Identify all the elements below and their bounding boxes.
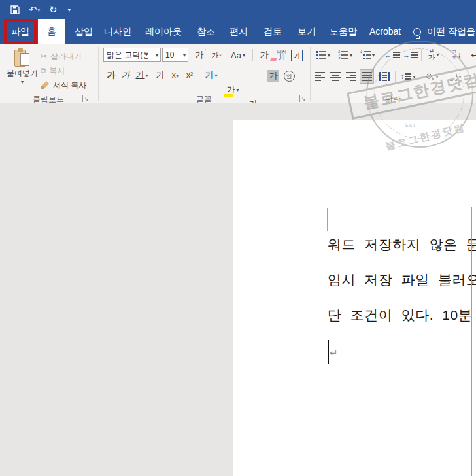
text-cursor: [328, 340, 329, 364]
undo-button[interactable]: ↶ ▾: [29, 5, 40, 14]
numbering-button[interactable]: 1 2 3 ▾: [336, 48, 354, 62]
underline-button[interactable]: 가 ▾: [133, 68, 150, 82]
small-separator: [445, 49, 445, 61]
paste-clipboard-icon: [14, 48, 30, 68]
small-separator: [381, 49, 381, 61]
change-case-button[interactable]: Aa ▾: [228, 48, 248, 62]
tab-home-active[interactable]: 홈: [38, 19, 65, 44]
character-border-button[interactable]: 가: [290, 48, 303, 63]
increase-indent-lines: [411, 52, 418, 58]
font-size-combobox[interactable]: 10 ▾: [162, 48, 188, 62]
margin-crop-mark: [305, 231, 328, 231]
align-left-button[interactable]: [313, 69, 327, 84]
align-center-button[interactable]: [328, 69, 343, 84]
font-name-value: 맑은 고딕(본문: [104, 50, 148, 61]
chevron-down-icon: ▾: [68, 8, 71, 13]
clear-formatting-icon: 가: [260, 49, 269, 61]
show-paragraph-marks-button[interactable]: ↵: [467, 48, 476, 62]
asian-layout-button[interactable]: ⇄ 가 ▾: [425, 47, 442, 61]
font-name-combobox[interactable]: 맑은 고딕(본문 ▾: [103, 48, 161, 62]
tab-design[interactable]: 디자인: [98, 19, 137, 44]
underline-icon: 가: [135, 69, 144, 81]
paragraph-return-mark: ↵: [330, 347, 338, 359]
numbering-icon: 1 2 3: [338, 51, 348, 60]
enclose-characters-button[interactable]: 인: [282, 69, 296, 83]
underline-dropdown-icon: ▾: [145, 73, 148, 78]
tab-references[interactable]: 참조: [190, 19, 222, 44]
tell-me-search[interactable]: 어떤 작업을: [413, 19, 475, 44]
italic-icon: 가: [122, 69, 130, 81]
bullets-button[interactable]: ▾: [314, 48, 332, 62]
title-bar: ↶ ▾ ↻ ▾: [0, 0, 476, 19]
tab-insert[interactable]: 삽입: [65, 19, 102, 44]
sort-button[interactable]: ㄱ ㅎ ↓: [449, 48, 464, 62]
format-painter-button[interactable]: 서식 복사: [41, 78, 86, 92]
document-text-line: 워드 저장하지 않은 문서: [328, 235, 476, 254]
italic-button[interactable]: 가: [119, 68, 132, 82]
text-effects-button[interactable]: 가 ▾: [203, 68, 220, 82]
shading-button[interactable]: ▾: [422, 69, 441, 84]
paste-button[interactable]: 붙여넣기 ▾: [5, 47, 39, 92]
copy-button: ⧉ 복사: [41, 64, 65, 77]
align-left-icon: [314, 72, 325, 81]
multilevel-list-icon: 1: [360, 51, 371, 60]
cut-label: 잘라내기: [50, 51, 82, 62]
word-application-window: ↶ ▾ ↻ ▾ 파일 홈 삽입 디자인 레이아웃 참조 편지 검토 보기 도움말…: [0, 0, 476, 476]
align-right-button[interactable]: [344, 69, 358, 84]
character-shading-button[interactable]: 가: [267, 69, 280, 83]
document-page[interactable]: 워드 저장하지 않은 문서 임시 저장 파일 불러오기 단 조건이 있다. 10…: [233, 120, 476, 476]
font-size-value: 10: [163, 50, 174, 60]
strikethrough-icon: 가: [156, 69, 165, 81]
document-area: 워드 저장하지 않은 문서 임시 저장 파일 불러오기 단 조건이 있다. 10…: [0, 103, 476, 476]
increase-font-size-icon: 가: [195, 49, 203, 61]
tell-me-label: 어떤 작업을: [427, 26, 475, 38]
tab-help[interactable]: 도움말: [323, 19, 364, 44]
justify-button-active[interactable]: [360, 69, 374, 84]
superscript-button[interactable]: x²: [183, 68, 196, 82]
font-name-dropdown-icon[interactable]: ▾: [154, 52, 160, 58]
tab-acrobat[interactable]: Acrobat: [365, 19, 405, 44]
increase-indent-button[interactable]: →: [403, 48, 418, 62]
text-effects-dropdown-icon: ▾: [214, 73, 217, 78]
decrease-font-size-button[interactable]: 가: [209, 48, 224, 62]
clipboard-dialog-launcher[interactable]: ↘: [82, 95, 90, 102]
highlight-dropdown-icon: ▾: [236, 87, 239, 93]
decrease-indent-button[interactable]: ←: [384, 48, 400, 62]
decrease-indent-lines: [393, 52, 400, 58]
cut-button: ✂ 잘라내기: [41, 50, 82, 63]
redo-icon[interactable]: ↻: [49, 5, 58, 14]
phonetic-guide-button[interactable]: 내천 川: [275, 48, 289, 62]
multilevel-list-button[interactable]: 1 ▾: [358, 48, 377, 62]
tab-layout[interactable]: 레이아웃: [139, 19, 188, 44]
small-separator: [199, 69, 199, 81]
tab-mailings[interactable]: 편지: [222, 19, 255, 44]
line-spacing-button[interactable]: ↕ ▾: [399, 69, 417, 84]
ribbon-tab-bar: 파일 홈 삽입 디자인 레이아웃 참조 편지 검토 보기 도움말 Acrobat…: [0, 19, 476, 44]
decrease-indent-icon: ←: [384, 52, 392, 59]
distribute-button[interactable]: [377, 69, 392, 84]
decrease-font-size-icon: 가: [211, 50, 218, 60]
increase-font-size-button[interactable]: 가: [194, 48, 208, 62]
bold-button[interactable]: 가: [105, 68, 118, 82]
clear-formatting-button[interactable]: 가: [256, 48, 272, 62]
font-dialog-launcher[interactable]: ↘: [299, 95, 307, 102]
customize-qat-button[interactable]: ▾: [67, 7, 72, 13]
align-right-icon: [346, 72, 356, 81]
tab-review[interactable]: 검토: [256, 19, 289, 44]
shading-dropdown-icon: ▾: [435, 74, 438, 80]
copy-icon: ⧉: [41, 66, 46, 75]
font-size-dropdown-icon[interactable]: ▾: [181, 52, 188, 58]
subscript-button[interactable]: x₂: [169, 68, 182, 82]
tab-view[interactable]: 보기: [290, 19, 323, 44]
tab-file-highlighted-red[interactable]: 파일: [4, 19, 37, 44]
borders-button[interactable]: ▾: [446, 69, 464, 84]
document-text-line: 임시 저장 파일 불러오기: [328, 271, 476, 289]
paste-dropdown-icon[interactable]: ▾: [21, 79, 24, 85]
undo-dropdown-icon[interactable]: ▾: [38, 8, 41, 14]
document-text-line: 단 조건이 있다. 10분 이: [328, 306, 476, 324]
multilevel-dropdown-icon: ▾: [372, 52, 375, 58]
bold-icon: 가: [107, 69, 116, 81]
change-case-icon: Aa: [231, 50, 241, 60]
save-icon[interactable]: [10, 5, 20, 14]
strikethrough-button[interactable]: 가: [153, 68, 167, 82]
